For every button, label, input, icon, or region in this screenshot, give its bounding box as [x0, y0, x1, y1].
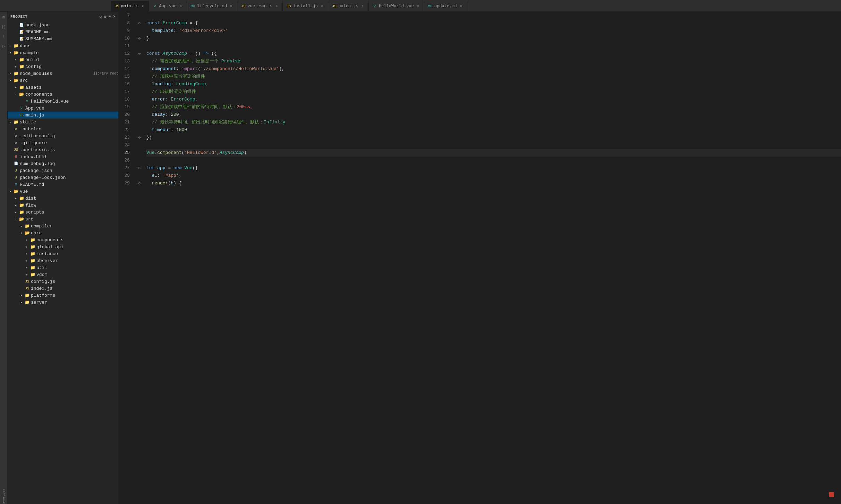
tab-close-patch[interactable]: ×: [360, 4, 365, 9]
code-line-22[interactable]: timeout : 1000: [146, 126, 841, 134]
tree-item-config-js[interactable]: JS config.js: [8, 278, 118, 285]
sidebar-icon-more[interactable]: ≡: [109, 15, 111, 19]
code-lines[interactable]: const ErrorComp = { template : '<div>err…: [143, 12, 841, 504]
code-line-7[interactable]: [146, 12, 841, 19]
tree-item-index-html[interactable]: H index.html: [8, 153, 118, 160]
debug-icon[interactable]: ▷: [0, 43, 7, 50]
tree-item-index-js[interactable]: JS index.js: [8, 285, 118, 292]
code-line-11[interactable]: [146, 42, 841, 50]
tree-arrow-docs[interactable]: [8, 43, 13, 49]
tree-item-observer[interactable]: 📁 observer: [8, 257, 118, 264]
tree-arrow-server[interactable]: [19, 299, 24, 305]
tab-close-main-js[interactable]: ×: [140, 4, 145, 9]
tree-arrow-flow[interactable]: [13, 202, 19, 208]
tab-update-md[interactable]: MD update.md ×: [424, 1, 467, 11]
tree-item-npm-debug[interactable]: 📄 npm-debug.log: [8, 160, 118, 167]
code-line-9[interactable]: template : '<div>error</div>': [146, 27, 841, 35]
tree-arrow-node-modules[interactable]: [8, 71, 13, 76]
tab-app-vue[interactable]: V App.vue ×: [149, 1, 187, 11]
code-line-17[interactable]: // 出错时渲染的组件: [146, 88, 841, 96]
tree-item-scripts[interactable]: 📁 scripts: [8, 209, 118, 216]
code-line-23[interactable]: }): [146, 134, 841, 141]
tree-arrow-components[interactable]: [13, 92, 19, 97]
tree-item-package-json[interactable]: J package.json: [8, 167, 118, 174]
tab-vue-esm-js[interactable]: JS vue.esm.js ×: [237, 1, 283, 11]
tree-item-util[interactable]: 📁 util: [8, 264, 118, 271]
tree-item-global-api[interactable]: 📁 global-api: [8, 243, 118, 250]
fold-marker-10[interactable]: ⊘: [136, 35, 143, 42]
tab-helloworld-vue[interactable]: V HelloWorld.vue ×: [369, 1, 424, 11]
tree-arrow-dist[interactable]: [13, 195, 19, 201]
tree-arrow-assets[interactable]: [13, 85, 19, 90]
code-line-20[interactable]: delay : 200 ,: [146, 111, 841, 119]
tree-arrow-src2[interactable]: [13, 216, 19, 222]
tab-close-update[interactable]: ×: [459, 4, 464, 9]
tab-patch-js[interactable]: JS patch.js ×: [328, 1, 369, 11]
tab-install-js[interactable]: JS install.js ×: [283, 1, 328, 11]
tree-item-main-js[interactable]: JS main.js: [8, 112, 118, 119]
tab-close-install[interactable]: ×: [320, 4, 324, 9]
tree-item-editorconfig[interactable]: ⚙ .editorconfig: [8, 132, 118, 139]
tree-arrow-build[interactable]: [13, 57, 19, 62]
code-line-27[interactable]: let app = new Vue ({: [146, 164, 841, 172]
code-line-8[interactable]: const ErrorComp = {: [146, 19, 841, 27]
tree-item-platforms[interactable]: 📁 platforms: [8, 292, 118, 299]
tree-item-flow[interactable]: 📁 flow: [8, 202, 118, 209]
tree-arrow-vue[interactable]: [8, 189, 13, 194]
tree-item-server[interactable]: 📁 server: [8, 299, 118, 306]
tree-item-summary[interactable]: 📝 SUMMARY.md: [8, 35, 118, 42]
tree-item-readme[interactable]: 📝 README.md: [8, 28, 118, 35]
favorites-icon[interactable]: Favorites: [0, 494, 7, 501]
tree-item-app-vue[interactable]: V App.vue: [8, 105, 118, 112]
tree-item-vue[interactable]: 📂 vue: [8, 188, 118, 195]
tab-main-js[interactable]: JS main.js ×: [111, 1, 149, 11]
sidebar-icon-settings[interactable]: ⚙: [100, 15, 102, 19]
tree-item-gitignore[interactable]: ⚙ .gitignore: [8, 139, 118, 146]
tab-close-vue-esm[interactable]: ×: [274, 4, 279, 9]
editor-area[interactable]: 7 8 9 10 11 12 13 14 15 16 17 18 19 20 2…: [119, 12, 841, 504]
tree-item-core[interactable]: 📂 core: [8, 229, 118, 236]
tree-arrow-config[interactable]: [13, 64, 19, 69]
tree-item-example[interactable]: 📂 example: [8, 49, 118, 56]
tree-item-readme2[interactable]: M README.md: [8, 181, 118, 188]
tree-arrow-compiler[interactable]: [19, 223, 24, 229]
tree-item-postcssrc[interactable]: JS .postcssrc.js: [8, 146, 118, 153]
tree-arrow-platforms[interactable]: [19, 293, 24, 298]
tree-arrow-util[interactable]: [24, 265, 30, 270]
tab-close-hw[interactable]: ×: [416, 4, 420, 9]
tree-arrow-scripts[interactable]: [13, 209, 19, 215]
fold-marker-12[interactable]: ⊖: [136, 50, 143, 58]
code-line-15[interactable]: // 加载中应当渲染的组件: [146, 73, 841, 80]
tree-item-components[interactable]: 📂 components: [8, 91, 118, 98]
tree-arrow-vdom[interactable]: [24, 272, 30, 277]
tree-item-static[interactable]: 📁 static: [8, 119, 118, 125]
tree-item-src2[interactable]: 📂 src: [8, 216, 118, 223]
code-line-29[interactable]: render ( h ) {: [146, 180, 841, 187]
tree-item-book-json[interactable]: 📄 book.json: [8, 21, 118, 28]
tree-item-helloworld-vue[interactable]: V HelloWorld.vue: [8, 98, 118, 105]
tree-arrow-components2[interactable]: [24, 237, 30, 243]
tab-close-app-vue[interactable]: ×: [178, 4, 183, 9]
fold-marker-23[interactable]: ⊘: [136, 134, 143, 141]
code-line-10[interactable]: }: [146, 35, 841, 42]
code-line-16[interactable]: loading : LoadingComp ,: [146, 80, 841, 88]
tree-item-components2[interactable]: 📁 components: [8, 236, 118, 243]
sidebar-icon-split[interactable]: ⊕: [104, 15, 107, 19]
code-line-21[interactable]: // 最长等待时间。超出此时间则渲染错误组件。默认： Infinity: [146, 119, 841, 126]
code-line-26[interactable]: [146, 157, 841, 164]
tree-item-dist[interactable]: 📁 dist: [8, 195, 118, 202]
code-line-13[interactable]: // 需要加载的组件。应当是一个 Promise: [146, 58, 841, 65]
code-line-12[interactable]: const AsyncComp = () => ({: [146, 50, 841, 58]
git-icon[interactable]: ↑: [0, 33, 7, 40]
tree-item-build[interactable]: 📁 build: [8, 56, 118, 63]
tree-item-config[interactable]: 📁 config: [8, 63, 118, 70]
tree-item-node-modules[interactable]: 📁 node_modules library root: [8, 70, 118, 77]
code-line-24[interactable]: [146, 141, 841, 149]
tree-item-babelrc[interactable]: ⚙ .babelrc: [8, 125, 118, 132]
tree-item-vdom[interactable]: 📁 vdom: [8, 271, 118, 278]
code-line-18[interactable]: error : ErrorComp ,: [146, 96, 841, 103]
tree-arrow-example[interactable]: [8, 50, 13, 55]
fold-marker-27[interactable]: ⊖: [136, 164, 143, 172]
tree-item-src[interactable]: 📂 src: [8, 77, 118, 84]
tree-arrow-core[interactable]: [19, 230, 24, 236]
